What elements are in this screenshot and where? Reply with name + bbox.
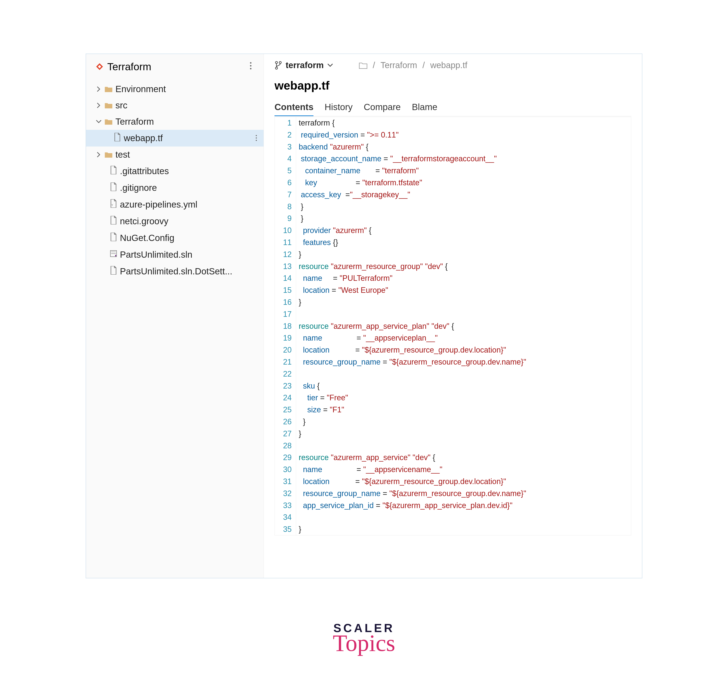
- line-number: 27: [275, 428, 296, 440]
- line-content: }: [296, 523, 301, 535]
- breadcrumb: / Terraform / webapp.tf: [359, 61, 467, 70]
- file-icon: [110, 216, 117, 227]
- line-number: 29: [275, 451, 296, 464]
- tab-contents[interactable]: Contents: [274, 99, 313, 116]
- terraform-icon: [96, 63, 103, 71]
- line-number: 23: [275, 380, 296, 392]
- tree-item-label: netci.groovy: [120, 216, 168, 226]
- svg-point-1: [250, 65, 251, 67]
- line-number: 11: [275, 236, 296, 249]
- code-line: 30 name = "__appservicename__": [275, 464, 631, 476]
- chevron-icon: [96, 103, 102, 108]
- tab-history[interactable]: History: [325, 99, 352, 116]
- svg-point-4: [256, 137, 257, 138]
- breadcrumb-file[interactable]: webapp.tf: [430, 61, 467, 70]
- code-line: 34: [275, 511, 631, 523]
- line-number: 9: [275, 213, 296, 224]
- file-tree-sidebar: Terraform EnvironmentsrcTerraformwebapp.…: [86, 54, 264, 578]
- line-content: tier = "Free": [296, 392, 348, 404]
- svg-point-5: [256, 140, 257, 141]
- tree-item-label: Environment: [116, 84, 166, 94]
- tree-item-label: Terraform: [116, 117, 154, 127]
- line-number: 24: [275, 392, 296, 404]
- line-content: resource_group_name = "${azurerm_resourc…: [296, 356, 526, 368]
- tree-item-terraform[interactable]: Terraform: [86, 114, 264, 130]
- branch-name: terraform: [286, 61, 324, 70]
- tree-item-label: test: [116, 149, 130, 160]
- tree-item--gitignore[interactable]: .gitignore: [86, 179, 264, 196]
- line-number: 30: [275, 464, 296, 476]
- tree-item-label: PartsUnlimited.sln.DotSett...: [120, 266, 232, 276]
- tree-item-partsunlimited-sln[interactable]: PartsUnlimited.sln: [86, 246, 264, 263]
- line-number: 34: [275, 511, 296, 523]
- chevron-down-icon: [327, 64, 333, 67]
- line-number: 20: [275, 344, 296, 356]
- code-line: 13resource "azurerm_resource_group" "dev…: [275, 260, 631, 272]
- code-line: 10 provider "azurerm" {: [275, 224, 631, 236]
- code-viewer[interactable]: 1terraform {2 required_version = ">= 0.1…: [274, 117, 631, 535]
- sidebar-header: Terraform: [86, 54, 264, 79]
- tree-item-src[interactable]: src: [86, 97, 264, 114]
- footer-logo: SCALER Topics: [86, 621, 642, 657]
- tree-item-nuget-config[interactable]: NuGet.Config: [86, 230, 264, 246]
- top-row: terraform / Terraform / webapp.tf: [274, 58, 631, 77]
- line-content: required_version = ">= 0.11": [296, 129, 399, 141]
- code-line: 31 location = "${azurerm_resource_group.…: [275, 476, 631, 487]
- item-more-icon[interactable]: [251, 133, 261, 143]
- line-content: }: [296, 428, 301, 440]
- tree-item-azure-pipelines-yml[interactable]: Yazure-pipelines.yml: [86, 196, 264, 213]
- tree-item-environment[interactable]: Environment: [86, 81, 264, 97]
- line-number: 26: [275, 416, 296, 428]
- svg-text:Y: Y: [111, 204, 113, 207]
- line-content: location = "West Europe": [296, 284, 388, 296]
- code-line: 22: [275, 368, 631, 380]
- line-content: }: [296, 249, 301, 260]
- tree-item-test[interactable]: test: [86, 146, 264, 163]
- folder-icon: [105, 149, 113, 160]
- tab-blame[interactable]: Blame: [412, 99, 437, 116]
- svg-point-3: [256, 135, 257, 136]
- code-line: 8 }: [275, 201, 631, 213]
- code-line: 20 location = "${azurerm_resource_group.…: [275, 344, 631, 356]
- line-content: key = "terraform.tfstate": [296, 177, 422, 189]
- tab-compare[interactable]: Compare: [364, 99, 401, 116]
- line-content: resource "azurerm_app_service_plan" "dev…: [296, 320, 454, 332]
- code-line: 3backend "azurerm" {: [275, 141, 631, 153]
- line-number: 31: [275, 476, 296, 487]
- tree-item-partsunlimited-sln-dotsett-[interactable]: PartsUnlimited.sln.DotSett...: [86, 263, 264, 280]
- line-content: name = "PULTerraform": [296, 272, 393, 284]
- file-icon: Y: [110, 199, 117, 210]
- line-number: 7: [275, 189, 296, 201]
- line-content: name = "__appserviceplan__": [296, 332, 438, 344]
- tree-item-label: PartsUnlimited.sln: [120, 250, 192, 260]
- folder-icon: [105, 117, 113, 127]
- branch-icon: [274, 61, 282, 70]
- line-content: sku {: [296, 380, 320, 392]
- svg-point-10: [275, 67, 277, 69]
- tree-item-label: NuGet.Config: [120, 233, 174, 243]
- line-content: resource "azurerm_app_service" "dev" {: [296, 451, 435, 464]
- breadcrumb-folder[interactable]: Terraform: [380, 61, 417, 70]
- tree-item-webapp-tf[interactable]: webapp.tf: [86, 130, 264, 146]
- tree-item--gitattributes[interactable]: .gitattributes: [86, 163, 264, 179]
- code-line: 24 tier = "Free": [275, 392, 631, 404]
- line-number: 18: [275, 320, 296, 332]
- tree-item-netci-groovy[interactable]: netci.groovy: [86, 213, 264, 230]
- svg-point-0: [250, 62, 251, 64]
- repo-title[interactable]: Terraform: [96, 61, 151, 72]
- code-line: 25 size = "F1": [275, 404, 631, 416]
- sidebar-more-icon[interactable]: [247, 59, 254, 74]
- line-number: 25: [275, 404, 296, 416]
- line-content: access_key ="__storagekey__": [296, 189, 410, 201]
- code-line: 33 app_service_plan_id = "${azurerm_app_…: [275, 499, 631, 512]
- branch-selector[interactable]: terraform: [274, 61, 333, 70]
- line-content: [296, 368, 299, 380]
- line-number: 15: [275, 284, 296, 296]
- file-icon: [110, 249, 117, 260]
- line-content: [296, 308, 299, 320]
- line-content: resource "azurerm_resource_group" "dev" …: [296, 260, 448, 272]
- tree-item-label: src: [116, 100, 127, 110]
- svg-point-8: [275, 61, 277, 64]
- line-number: 33: [275, 499, 296, 512]
- footer-line2: Topics: [86, 629, 642, 657]
